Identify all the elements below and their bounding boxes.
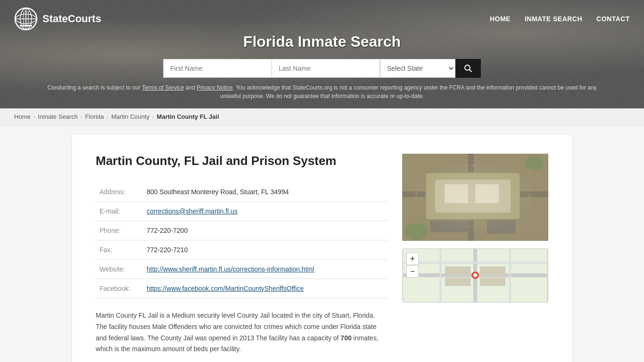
map-svg <box>403 249 548 302</box>
svg-rect-10 <box>402 154 548 241</box>
map-inner <box>403 249 548 302</box>
address-row: Address: 800 Southeast Monterey Road, St… <box>96 182 388 202</box>
svg-rect-13 <box>426 173 520 220</box>
disclaimer-text: Conducting a search is subject to our Te… <box>0 83 644 100</box>
facebook-row: Facebook: https://www.facebook.com/Marti… <box>96 279 388 298</box>
nav-contact[interactable]: CONTACT <box>596 15 630 23</box>
svg-rect-30 <box>445 278 471 286</box>
state-select[interactable]: Select StateAlabamaAlaskaArizonaArkansas… <box>380 59 455 78</box>
svg-rect-19 <box>430 221 468 232</box>
website-value: http://www.sheriff.martin.fl.us/correcti… <box>143 260 388 279</box>
breadcrumb-home[interactable]: Home <box>14 113 31 120</box>
breadcrumb-inmate-search[interactable]: Inmate Search <box>38 113 78 120</box>
address-value: 800 Southeast Monterey Road, Stuart, FL … <box>143 182 388 202</box>
site-header: StateCourts HOME INMATE SEARCH CONTACT F… <box>0 0 644 108</box>
svg-rect-17 <box>416 165 529 227</box>
facebook-value: https://www.facebook.com/MartinCountyShe… <box>143 279 388 298</box>
breadcrumb-state[interactable]: Florida <box>85 113 104 120</box>
email-row: E-mail: corrections@sheriff.martin.fl.us <box>96 202 388 221</box>
main-wrapper: Martin County, FL Jail and Prison System… <box>63 125 581 362</box>
facility-description: Martin County FL Jail is a Medium securi… <box>96 310 388 355</box>
svg-point-20 <box>405 223 428 240</box>
map-zoom-in-button[interactable]: + <box>406 253 419 265</box>
breadcrumb: Home › Inmate Search › Florida › Martin … <box>0 108 644 125</box>
address-label: Address: <box>96 182 143 202</box>
breadcrumb-sep-3: › <box>107 114 108 120</box>
facility-image-inner <box>402 154 548 241</box>
logo-icon <box>14 7 38 31</box>
logo-area[interactable]: StateCourts <box>14 7 101 31</box>
svg-rect-31 <box>480 278 505 286</box>
svg-point-33 <box>473 273 477 277</box>
fax-value: 772-220-7210 <box>143 240 388 260</box>
phone-row: Phone: 772-220-7200 <box>96 221 388 240</box>
page-main-title: Florida Inmate Search <box>0 33 644 50</box>
fax-row: Fax: 772-220-7210 <box>96 240 388 260</box>
facebook-link[interactable]: https://www.facebook.com/MartinCountyShe… <box>147 285 304 292</box>
description-part1: Martin County FL Jail is a Medium securi… <box>96 312 377 342</box>
map-controls: + − <box>406 253 419 278</box>
svg-rect-28 <box>445 266 471 275</box>
facility-image <box>402 154 548 241</box>
svg-rect-14 <box>435 180 511 213</box>
content-card: Martin County, FL Jail and Prison System… <box>72 135 572 362</box>
info-table: Address: 800 Southeast Monterey Road, St… <box>96 182 388 298</box>
first-name-input[interactable] <box>163 59 272 78</box>
terms-link[interactable]: Terms of Service <box>142 84 184 91</box>
header-title-area: Florida Inmate Search <box>0 33 644 50</box>
last-name-input[interactable] <box>272 59 380 78</box>
svg-rect-29 <box>480 266 505 275</box>
website-link[interactable]: http://www.sheriff.martin.fl.us/correcti… <box>147 265 314 273</box>
site-name: StateCourts <box>42 13 101 25</box>
svg-point-21 <box>525 156 544 170</box>
website-label: Website: <box>96 260 143 279</box>
content-left: Martin County, FL Jail and Prison System… <box>96 154 388 355</box>
email-label: E-mail: <box>96 202 143 221</box>
svg-line-8 <box>470 70 472 72</box>
facility-aerial-svg <box>402 154 548 241</box>
privacy-link[interactable]: Privacy Notice <box>197 84 233 91</box>
search-bar: Select StateAlabamaAlaskaArizonaArkansas… <box>0 59 644 78</box>
svg-rect-11 <box>402 191 548 197</box>
facebook-label: Facebook: <box>96 279 143 298</box>
svg-rect-15 <box>445 184 468 203</box>
svg-rect-9 <box>402 154 548 241</box>
capacity-value: 700 <box>340 334 351 342</box>
main-nav: HOME INMATE SEARCH CONTACT <box>490 15 630 23</box>
breadcrumb-current: Martin County FL Jail <box>157 113 219 120</box>
breadcrumb-sep-4: › <box>152 114 154 120</box>
phone-label: Phone: <box>96 221 143 240</box>
email-value: corrections@sheriff.martin.fl.us <box>143 202 388 221</box>
svg-rect-12 <box>468 154 474 241</box>
map-widget: + − <box>402 248 548 303</box>
search-button[interactable] <box>455 59 481 78</box>
nav-inmate-search[interactable]: INMATE SEARCH <box>525 15 582 23</box>
top-bar: StateCourts HOME INMATE SEARCH CONTACT <box>0 0 644 38</box>
content-right: + − <box>402 154 548 355</box>
nav-home[interactable]: HOME <box>490 15 511 23</box>
svg-rect-16 <box>475 184 499 203</box>
breadcrumb-sep-2: › <box>81 114 83 120</box>
website-row: Website: http://www.sheriff.martin.fl.us… <box>96 260 388 279</box>
svg-rect-18 <box>487 220 515 234</box>
breadcrumb-sep-1: › <box>33 114 35 120</box>
phone-value: 772-220-7200 <box>143 221 388 240</box>
search-icon <box>464 64 472 73</box>
fax-label: Fax: <box>96 240 143 260</box>
email-link[interactable]: corrections@sheriff.martin.fl.us <box>147 207 238 215</box>
map-zoom-out-button[interactable]: − <box>406 265 419 278</box>
facility-title: Martin County, FL Jail and Prison System <box>96 154 388 168</box>
breadcrumb-county[interactable]: Martin County <box>111 113 149 120</box>
